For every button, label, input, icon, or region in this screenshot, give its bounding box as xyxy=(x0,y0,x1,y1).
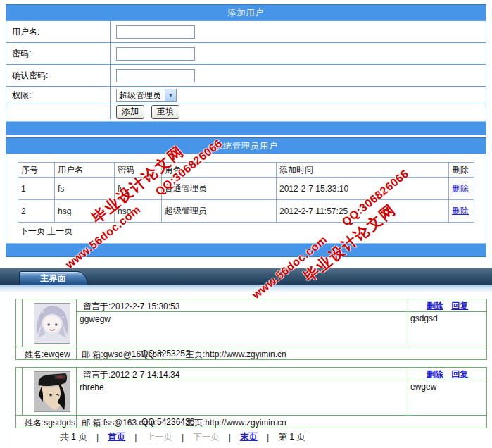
message-author-qq: QQ:3253252 xyxy=(141,349,190,359)
reset-button[interactable]: 重填 xyxy=(151,105,179,119)
message-author-homepage: 主页:http://www.zgyimin.cn xyxy=(186,417,286,429)
pagination-current: 第 1 页 xyxy=(278,431,305,443)
screen: 添加用户 用户名: 密码: 确认密码: 权限: 超级管理员 ▼ xyxy=(0,0,492,448)
password-label: 密码: xyxy=(6,43,111,64)
confirm-password-label: 确认密码: xyxy=(6,65,111,86)
admin-users-table: 序号 用户名 密码 角色 添加时间 删除 1 fs fs 普通管理员 2012-… xyxy=(18,162,474,223)
cell-password: nsg xyxy=(115,200,162,223)
pagination: 共 1 页 | 首页 | 上一页 | 下一页 | 末页 | 第 1 页 xyxy=(60,431,305,443)
add-button[interactable]: 添加 xyxy=(116,105,144,119)
permission-select-value: 超级管理员 xyxy=(117,89,165,101)
cell-no: 1 xyxy=(18,178,55,200)
confirm-password-input[interactable] xyxy=(116,69,195,82)
username-label: 用户名: xyxy=(6,21,111,42)
pagination-first-link[interactable]: 首页 xyxy=(108,431,125,443)
admin-table-pager[interactable]: 下一页 上一页 xyxy=(20,225,486,237)
form-row-permission: 权限: 超级管理员 ▼ xyxy=(6,86,486,104)
delete-link[interactable]: 删除 xyxy=(452,183,469,193)
cell-role: 超级管理员 xyxy=(162,200,277,223)
message-time: 留言于:2012-2-7 15:30:53 xyxy=(83,301,179,313)
message-delete-link[interactable]: 删除 xyxy=(427,369,443,379)
cell-time: 2012-2-7 11:57:25 xyxy=(277,200,449,223)
col-header-username: 用户名 xyxy=(55,163,115,178)
cell-username: fs xyxy=(55,178,115,200)
message-delete-link[interactable]: 删除 xyxy=(427,301,443,311)
cell-role: 普通管理员 xyxy=(162,178,277,200)
add-user-panel: 添加用户 用户名: 密码: 确认密码: 权限: 超级管理员 ▼ xyxy=(6,4,486,135)
admin-table-header-row: 序号 用户名 密码 角色 添加时间 删除 xyxy=(18,163,474,178)
form-row-confirm-password: 确认密码: xyxy=(6,64,486,86)
panel2-footer-bar xyxy=(6,243,486,256)
col-header-password: 密码 xyxy=(115,163,162,178)
avatar xyxy=(34,303,70,344)
password-input[interactable] xyxy=(116,47,195,61)
tab-main-interface[interactable]: 主界面 xyxy=(19,271,87,285)
message-card: 留言于:2012-2-7 14:14:34 rhrehe 删除 回复 ewgew… xyxy=(15,367,487,428)
message-content: rhrehe xyxy=(80,382,104,392)
col-header-role: 角色 xyxy=(162,163,277,178)
navbar: 主界面 xyxy=(0,268,492,287)
cell-no: 2 xyxy=(18,200,55,223)
avatar xyxy=(34,371,70,412)
cell-time: 2012-2-7 15:33:10 xyxy=(277,178,449,200)
table-row: 1 fs fs 普通管理员 2012-2-7 15:33:10 删除 xyxy=(18,178,474,200)
col-header-no: 序号 xyxy=(18,163,55,178)
col-header-delete: 删除 xyxy=(449,163,474,178)
message-author-name: 姓名:ewgew xyxy=(25,349,70,361)
message-content: ggwegw xyxy=(80,314,111,324)
chevron-down-icon[interactable]: ▼ xyxy=(165,89,176,101)
navbar-under-strip xyxy=(0,287,492,293)
pagination-last-link[interactable]: 末页 xyxy=(240,431,258,443)
cell-password: fs xyxy=(115,178,162,200)
cell-username: hsg xyxy=(55,200,115,223)
main-section: 主界面 留言于:2012-2-7 15:30:53 ggwegw xyxy=(0,268,492,448)
add-user-title: 添加用户 xyxy=(6,5,486,20)
form-row-username: 用户名: xyxy=(6,20,486,42)
pagination-prev: 上一页 xyxy=(146,431,172,443)
message-reply-link[interactable]: 回复 xyxy=(451,301,468,311)
left-edge-line xyxy=(6,293,6,448)
table-row: 2 hsg nsg 超级管理员 2012-2-7 11:57:25 删除 xyxy=(18,200,474,223)
pagination-next: 下一页 xyxy=(193,431,220,443)
message-reply-link[interactable]: 回复 xyxy=(451,369,468,379)
username-input[interactable] xyxy=(116,25,195,39)
admin-users-panel: 系统管理员用户 序号 用户名 密码 角色 添加时间 删除 1 fs fs 普通管… xyxy=(6,137,486,257)
permission-select[interactable]: 超级管理员 ▼ xyxy=(116,89,177,102)
message-time: 留言于:2012-2-7 14:14:34 xyxy=(83,369,179,381)
col-header-time: 添加时间 xyxy=(277,163,449,178)
panel1-footer-bar xyxy=(6,121,486,135)
permission-label: 权限: xyxy=(6,87,111,104)
pagination-total: 共 1 页 xyxy=(60,431,87,443)
message-author-homepage: 主页:http://www.zgyimin.cn xyxy=(186,349,286,361)
message-reply-text: gsdgsd xyxy=(410,313,438,323)
empty-label-cell xyxy=(6,104,111,119)
message-author-name: 姓名:sgsdgds xyxy=(25,417,75,429)
message-reply-text: ewgew xyxy=(410,382,436,392)
message-card: 留言于:2012-2-7 15:30:53 ggwegw 删除 回复 gsdgs… xyxy=(15,299,487,360)
form-row-buttons: 添加 重填 xyxy=(6,104,486,119)
delete-link[interactable]: 删除 xyxy=(452,206,469,216)
admin-users-title: 系统管理员用户 xyxy=(6,138,486,154)
form-row-password: 密码: xyxy=(6,42,486,64)
